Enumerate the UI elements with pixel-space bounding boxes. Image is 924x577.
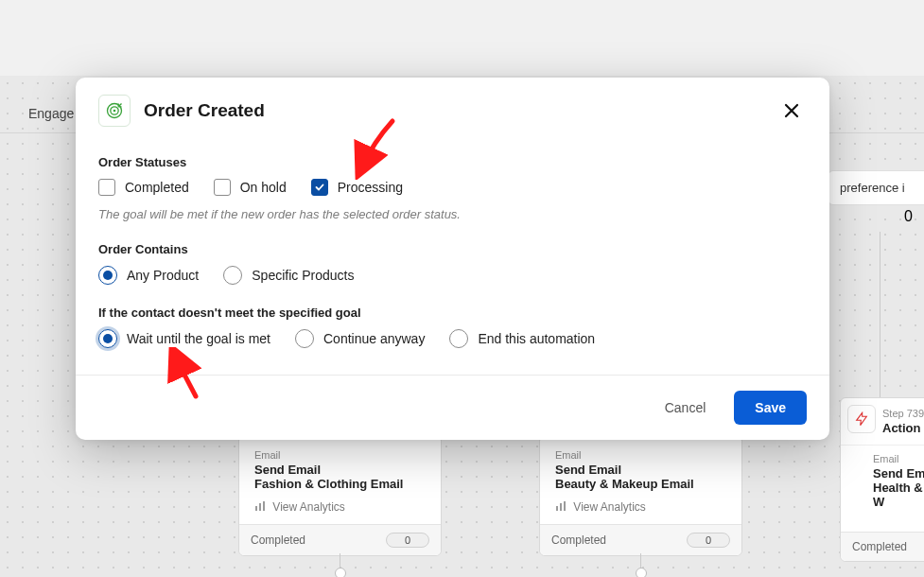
order-created-modal: Order Created Order Statuses Completed (76, 78, 829, 440)
any-product-radio[interactable]: Any Product (98, 266, 199, 285)
target-icon (98, 95, 131, 127)
checkbox-label: Processing (338, 180, 403, 195)
close-icon (783, 102, 800, 119)
order-statuses-label: Order Statuses (98, 155, 807, 169)
goal-not-met-label: If the contact doesn't meet the specifie… (98, 306, 807, 320)
order-contains-label: Order Contains (98, 242, 807, 256)
radio-label: Specific Products (252, 268, 354, 283)
modal-overlay: Order Created Order Statuses Completed (0, 0, 924, 577)
status-onhold-checkbox[interactable]: On hold (214, 179, 287, 196)
status-completed-checkbox[interactable]: Completed (98, 179, 189, 196)
goal-not-met-group: Wait until the goal is met Continue anyw… (98, 329, 807, 348)
checkbox-label: Completed (125, 180, 189, 195)
radio-icon (223, 266, 242, 285)
save-button[interactable]: Save (734, 391, 807, 425)
modal-title: Order Created (144, 100, 265, 121)
radio-label: Any Product (127, 268, 199, 283)
order-statuses-group: Completed On hold Processing (98, 179, 807, 196)
status-processing-checkbox[interactable]: Processing (311, 179, 403, 196)
continue-radio[interactable]: Continue anyway (295, 329, 425, 348)
radio-icon (98, 329, 117, 348)
radio-label: End this automation (478, 331, 595, 346)
checkbox-icon (214, 179, 231, 196)
wait-radio[interactable]: Wait until the goal is met (98, 329, 270, 348)
checkbox-icon (98, 179, 115, 196)
radio-label: Continue anyway (323, 331, 425, 346)
svg-point-8 (113, 110, 116, 113)
radio-icon (295, 329, 314, 348)
radio-icon (98, 266, 117, 285)
radio-label: Wait until the goal is met (127, 331, 270, 346)
close-button[interactable] (776, 96, 807, 126)
radio-icon (449, 329, 468, 348)
modal-footer: Cancel Save (76, 375, 829, 440)
cancel-button[interactable]: Cancel (655, 393, 716, 423)
checkbox-label: On hold (240, 180, 287, 195)
order-contains-group: Any Product Specific Products (98, 266, 807, 285)
specific-products-radio[interactable]: Specific Products (223, 266, 354, 285)
end-radio[interactable]: End this automation (449, 329, 595, 348)
statuses-helper-text: The goal will be met if the new order ha… (98, 207, 807, 221)
checkbox-icon (311, 179, 328, 196)
